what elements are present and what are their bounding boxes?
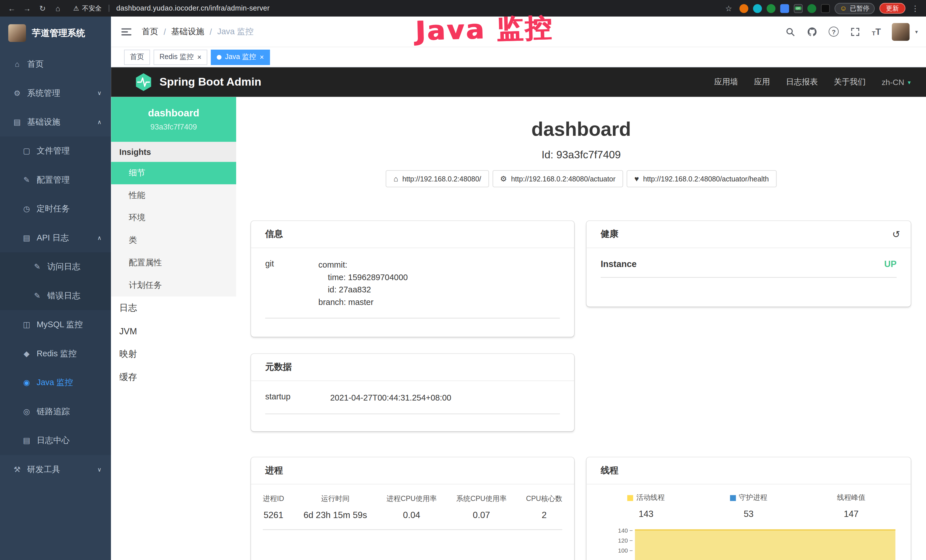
metric-pid: 进程ID 5261 (263, 494, 284, 520)
sba-nav-applications[interactable]: 应用 (754, 77, 770, 87)
axis-tick: 120 (618, 537, 634, 544)
extension-icon[interactable] (780, 4, 789, 12)
card-body: Instance UP (587, 248, 911, 278)
instance-id: 93a3fc7f7409 (150, 123, 197, 131)
fullscreen-icon[interactable] (850, 26, 861, 37)
browser-reload-button[interactable]: ↻ (36, 4, 48, 12)
menu-label: 定时任务 (36, 203, 70, 214)
file-icon: ▢ (19, 147, 34, 156)
instance-link-root[interactable]: ⌂ http://192.168.0.2:48080/ (386, 170, 489, 187)
sba-header: Spring Boot Admin 应用墙 应用 日志报表 关于我们 zh-CN… (111, 67, 926, 97)
sba-nav-journal[interactable]: 日志报表 (786, 77, 818, 87)
browser-update-button[interactable]: 更新 (879, 3, 905, 14)
extension-icon[interactable] (807, 4, 816, 12)
link-url: http://192.168.0.2:48080/actuator (511, 175, 616, 183)
sidebar-item-api-logs[interactable]: ▤ API 日志 ∧ (0, 223, 111, 252)
sba-nav-scheduled-tasks[interactable]: 计划任务 (111, 274, 236, 297)
git-time-line: time: 1596289704000 (318, 271, 408, 283)
browser-home-button[interactable]: ⌂ (52, 4, 64, 12)
instance-link-actuator[interactable]: ⚙ http://192.168.0.2:48080/actuator (492, 170, 623, 187)
sba-nav-environment[interactable]: 环境 (111, 207, 236, 229)
sba-nav-beans[interactable]: 类 (111, 229, 236, 252)
github-icon[interactable] (807, 26, 817, 37)
link-url: http://192.168.0.2:48080/actuator/health (643, 175, 769, 183)
chevron-up-icon: ∧ (97, 119, 101, 125)
sidebar-item-access-logs[interactable]: ✎ 访问日志 (0, 252, 111, 281)
sidebar-item-file-mgmt[interactable]: ▢ 文件管理 (0, 136, 111, 165)
sba-nav-configprops[interactable]: 配置属性 (111, 251, 236, 274)
browser-menu-icon[interactable]: ⋮ (910, 4, 920, 12)
locale-select[interactable]: zh-CN ▾ (882, 77, 911, 86)
sidebar-item-log-center[interactable]: ▤ 日志中心 (0, 426, 111, 455)
sba-nav-caches[interactable]: 缓存 (111, 366, 236, 389)
instance-link-health[interactable]: ♥ http://192.168.0.2:48080/actuator/heal… (627, 170, 776, 187)
java-monitor-icon: ◉ (19, 378, 34, 387)
metric-label: CPU核心数 (526, 494, 562, 504)
sidebar-item-dev-tools[interactable]: ⚒ 研发工具 ∨ (0, 455, 111, 484)
caret-down-icon[interactable]: ▾ (915, 29, 918, 35)
admin-header: 首页 / 基础设施 / Java 监控 ? TT (111, 17, 926, 47)
sidebar-item-scheduled-jobs[interactable]: ◷ 定时任务 (0, 194, 111, 223)
sba-nav-mappings[interactable]: 映射 (111, 343, 236, 366)
collapse-sidebar-icon[interactable] (120, 26, 132, 37)
browser-forward-button[interactable]: → (21, 4, 33, 12)
extension-icon[interactable]: on (794, 4, 802, 12)
card-title: 进程 (265, 465, 283, 476)
browser-back-button[interactable]: ← (6, 4, 18, 12)
help-icon[interactable]: ? (829, 27, 839, 36)
bookmark-star-icon[interactable]: ☆ (723, 4, 734, 12)
sidebar-item-config-mgmt[interactable]: ✎ 配置管理 (0, 165, 111, 194)
address-bar[interactable]: dashboard.yudao.iocoder.cn/infra/admin-s… (117, 4, 270, 12)
sidebar-item-system-mgmt[interactable]: ⚙ 系统管理 ∨ (0, 79, 111, 107)
sba-nav-about[interactable]: 关于我们 (834, 77, 866, 87)
security-chip[interactable]: ⚠ 不安全 (73, 4, 101, 12)
row-label: startup (265, 392, 330, 404)
log-icon: ▤ (19, 233, 34, 242)
browser-actions: ☆ on ☺ 已暂停 更新 ⋮ (723, 3, 920, 14)
screen: ← → ↻ ⌂ ⚠ 不安全 dashboard.yudao.iocoder.cn… (0, 0, 926, 560)
card-header: 线程 (587, 457, 911, 484)
divider (109, 5, 109, 12)
extension-icon[interactable] (821, 4, 830, 12)
edit-icon: ✎ (19, 176, 34, 184)
paused-label: 已暂停 (850, 4, 869, 12)
sidebar-item-java-monitor[interactable]: ◉ Java 监控 (0, 368, 111, 397)
tab-java-monitor[interactable]: Java 监控 × (211, 49, 269, 65)
metric-value: 2 (542, 510, 546, 520)
metric-label: 进程CPU使用率 (386, 494, 437, 504)
tab-redis-monitor[interactable]: Redis 监控 × (153, 49, 207, 65)
tab-home[interactable]: 首页 (124, 49, 150, 65)
sba-group-insights: Insights (111, 142, 236, 162)
sba-nav-jvm[interactable]: JVM (111, 319, 236, 343)
close-icon[interactable]: × (260, 53, 264, 61)
sba-nav-loggers[interactable]: 日志 (111, 297, 236, 320)
instance-header[interactable]: dashboard 93a3fc7f7409 (111, 97, 236, 142)
sidebar-item-mysql-monitor[interactable]: ◫ MySQL 监控 (0, 310, 111, 339)
breadcrumb-home[interactable]: 首页 (142, 26, 158, 37)
close-icon[interactable]: × (197, 53, 202, 61)
chevron-down-icon: ∨ (97, 90, 101, 97)
breadcrumb-infrastructure[interactable]: 基础设施 (171, 26, 204, 37)
font-size-icon[interactable]: TT (872, 27, 881, 36)
app-logo-image (8, 24, 26, 42)
info-card: 信息 git commit: time: 1596289704000 id: 2… (251, 221, 574, 337)
tools-icon: ⚒ (9, 465, 25, 474)
sidebar-item-infrastructure[interactable]: ▤ 基础设施 ∧ (0, 107, 111, 136)
search-icon[interactable] (785, 26, 796, 37)
profile-paused-chip[interactable]: ☺ 已暂停 (834, 3, 875, 14)
extension-icon[interactable] (767, 4, 775, 12)
sidebar-item-home[interactable]: ⌂ 首页 (0, 50, 111, 79)
extension-icon[interactable] (753, 4, 762, 12)
app-logo[interactable]: 芋道管理系统 (0, 17, 111, 50)
sba-nav-details[interactable]: 细节 (111, 162, 236, 184)
home-icon: ⌂ (9, 60, 25, 68)
extension-icon[interactable] (739, 4, 748, 12)
card-body: 活动线程 143 守护进程 53 (587, 484, 911, 560)
history-icon[interactable]: ↺ (892, 229, 900, 240)
user-avatar[interactable] (892, 23, 910, 41)
sba-nav-metrics[interactable]: 性能 (111, 184, 236, 207)
sidebar-item-error-logs[interactable]: ✎ 错误日志 (0, 281, 111, 310)
sidebar-item-redis-monitor[interactable]: ◆ Redis 监控 (0, 339, 111, 368)
sidebar-item-trace[interactable]: ◎ 链路追踪 (0, 397, 111, 426)
sba-nav-wallboard[interactable]: 应用墙 (714, 77, 738, 87)
